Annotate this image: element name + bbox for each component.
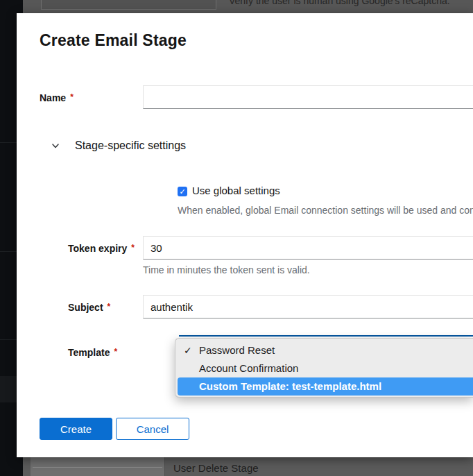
subject-input[interactable] <box>143 295 473 318</box>
template-select-focus-border <box>179 335 473 337</box>
group-header-label: Stage-specific settings <box>75 139 186 152</box>
stage-specific-settings-toggle[interactable]: Stage-specific settings <box>51 139 186 152</box>
subject-label: Subject* <box>68 295 110 318</box>
token-expiry-help: Time in minutes the token sent is valid. <box>143 264 310 275</box>
app-screen: Verify the user is human using Google's … <box>0 0 473 476</box>
template-label: Template* <box>68 340 117 364</box>
token-expiry-label: Token expiry* <box>68 236 135 260</box>
background-user-delete-stage-text: User Delete Stage <box>173 462 259 474</box>
create-button[interactable]: Create <box>40 418 112 440</box>
required-asterisk: * <box>70 92 74 102</box>
token-expiry-input[interactable] <box>143 236 473 260</box>
background-recaptcha-text: Verify the user is human using Google's … <box>229 0 450 6</box>
selected-check-icon: ✓ <box>184 341 195 359</box>
name-input[interactable] <box>143 85 473 109</box>
menu-option-custom-template[interactable]: Custom Template: test-template.html <box>178 377 473 396</box>
chevron-down-icon <box>51 141 60 151</box>
modal-title: Create Email Stage <box>40 31 187 50</box>
table-column-divider <box>164 457 165 476</box>
create-email-stage-modal: Create Email Stage Name* Stage-specific … <box>17 13 473 457</box>
background-table-cell <box>31 457 164 476</box>
menu-option-account-confirmation[interactable]: Account Confirmation <box>175 359 473 377</box>
background-table-card <box>41 0 216 10</box>
menu-option-password-reset[interactable]: ✓ Password Reset <box>175 341 473 359</box>
background-bottom-strip: User Delete Stage <box>23 457 473 476</box>
use-global-settings-help: When enabled, global Email connection se… <box>178 205 473 216</box>
use-global-settings-label: Use global settings <box>192 185 280 196</box>
use-global-settings-checkbox[interactable]: ✓ <box>178 187 187 196</box>
template-dropdown-menu: ✓ Password Reset Account Confirmation Cu… <box>175 338 473 398</box>
background-top-strip: Verify the user is human using Google's … <box>23 0 473 13</box>
cancel-button[interactable]: Cancel <box>116 418 189 440</box>
required-asterisk: * <box>114 347 117 357</box>
table-row-divider <box>33 467 162 468</box>
required-asterisk: * <box>131 243 135 253</box>
required-asterisk: * <box>108 302 111 312</box>
name-label: Name* <box>40 85 74 109</box>
